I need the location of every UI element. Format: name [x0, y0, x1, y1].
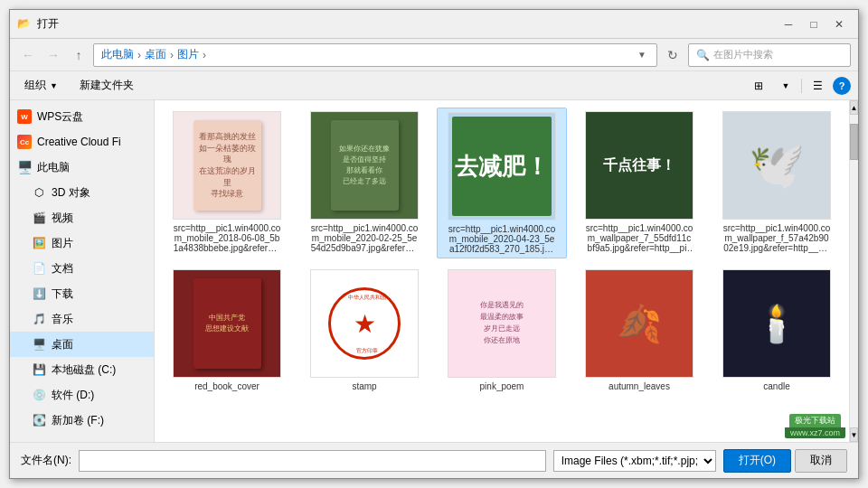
sidebar-item-wps[interactable]: W WPS云盘: [10, 104, 154, 129]
cancel-button[interactable]: 取消: [795, 449, 847, 473]
file-item[interactable]: 🕊️ src=http__pic1.win4000.com_wallpaper_…: [712, 108, 842, 258]
title-bar: 📂 打开 ─ □ ✕: [10, 10, 858, 39]
dialog-title: 打开: [37, 16, 777, 32]
sidebar-label-video: 视频: [52, 211, 73, 226]
sidebar-item-drive-f[interactable]: 💽 新加卷 (F:): [10, 408, 154, 433]
breadcrumb-pictures[interactable]: 图片: [177, 47, 199, 62]
open-button[interactable]: 打开(O): [723, 449, 791, 473]
dialog-icon: 📂: [17, 17, 32, 32]
breadcrumb-dropdown[interactable]: ▼: [635, 48, 649, 62]
file-item[interactable]: 中国共产党思想建设文献 → red_book_cover: [162, 266, 292, 395]
action-buttons: 打开(O) 取消: [723, 449, 847, 473]
file-item[interactable]: ★ 中华人民共和国 官方印章 stamp: [299, 266, 429, 395]
watermark: 极光下载站 www.xz7.com: [785, 414, 845, 438]
music-icon: 🎵: [32, 312, 46, 326]
drive-c-icon: 💾: [32, 362, 46, 377]
search-placeholder: 在图片中搜索: [713, 48, 773, 61]
file-item[interactable]: 千点往事！ src=http__pic1.win4000.com_wallpap…: [574, 108, 704, 258]
sidebar-item-desktop[interactable]: 🖥️ 桌面: [10, 332, 154, 357]
sidebar-label-wps: WPS云盘: [37, 109, 83, 125]
file-thumbnail: 你是我遇见的最温柔的故事岁月已走远你还在原地: [448, 269, 556, 378]
maximize-button[interactable]: □: [802, 14, 826, 34]
view-controls: ⊞ ▼ ☰ ?: [747, 76, 851, 96]
back-button[interactable]: ←: [17, 44, 39, 66]
sidebar-item-3d[interactable]: ⬡ 3D 对象: [10, 180, 154, 205]
view-dropdown-button[interactable]: ▼: [774, 76, 797, 96]
sidebar-label-drive-d: 软件 (D:): [52, 388, 94, 403]
sidebar-label-3d: 3D 对象: [52, 185, 90, 201]
breadcrumb: 此电脑 › 桌面 › 图片 › ▼: [93, 43, 657, 67]
new-folder-label: 新建文件夹: [80, 78, 134, 93]
file-grid: 看那高挑的发丝如一朵枯萎的玫瑰在这荒凉的岁月里寻找绿意 src=http__pi…: [162, 108, 842, 395]
filetype-select[interactable]: Image Files (*.xbm;*.tif;*.pjp;*: [553, 450, 716, 472]
file-area[interactable]: 看那高挑的发丝如一朵枯萎的玫瑰在这荒凉的岁月里寻找绿意 src=http__pi…: [155, 100, 849, 442]
close-button[interactable]: ✕: [827, 14, 851, 34]
file-name: red_book_cover: [173, 381, 281, 391]
new-folder-button[interactable]: 新建文件夹: [72, 75, 141, 97]
filename-input[interactable]: [79, 450, 546, 472]
3d-icon: ⬡: [32, 185, 46, 200]
file-item[interactable]: 看那高挑的发丝如一朵枯萎的玫瑰在这荒凉的岁月里寻找绿意 src=http__pi…: [162, 108, 292, 258]
file-name: src=http__pic1.win4000.com_mobile_2020-0…: [448, 224, 556, 254]
refresh-button[interactable]: ↻: [661, 43, 684, 67]
view-tiles-button[interactable]: ⊞: [747, 76, 770, 96]
sidebar-item-music[interactable]: 🎵 音乐: [10, 306, 154, 332]
file-thumbnail: 中国共产党思想建设文献 →: [173, 269, 281, 378]
file-thumbnail: ★ 中华人民共和国 官方印章: [310, 269, 419, 378]
search-icon: 🔍: [696, 49, 710, 61]
drive-f-icon: 💽: [32, 413, 46, 427]
sidebar-item-drive-c[interactable]: 💾 本地磁盘 (C:): [10, 357, 154, 382]
view-details-button[interactable]: ☰: [806, 76, 829, 96]
file-thumbnail: 🕊️: [722, 111, 831, 220]
watermark-site: 极光下载站: [789, 414, 841, 427]
file-name: autumn_leaves: [585, 381, 693, 391]
toolbar: 组织 ▼ 新建文件夹 ⊞ ▼ ☰ ?: [10, 71, 858, 100]
toolbar-separator: [801, 79, 802, 93]
sidebar-item-thispc[interactable]: 🖥️ 此电脑: [10, 155, 154, 180]
wps-icon: W: [17, 109, 32, 124]
help-button[interactable]: ?: [833, 77, 851, 95]
scroll-down-button[interactable]: ▼: [850, 427, 858, 442]
organize-arrow: ▼: [50, 81, 58, 90]
breadcrumb-thispc[interactable]: 此电脑: [101, 47, 134, 62]
up-button[interactable]: ↑: [68, 44, 90, 66]
sidebar-item-drive-d[interactable]: 💿 软件 (D:): [10, 382, 154, 408]
file-item[interactable]: 去减肥！ src=http__pic1.win4000.com_mobile_2…: [437, 108, 567, 258]
sidebar-item-docs[interactable]: 📄 文档: [10, 256, 154, 281]
file-name: src=http__pic1.win4000.com_wallpaper_7_5…: [585, 223, 693, 253]
file-thumbnail: 看那高挑的发丝如一朵枯萎的玫瑰在这荒凉的岁月里寻找绿意: [173, 111, 281, 220]
pictures-icon: 🖼️: [32, 236, 46, 250]
file-thumbnail: 去减肥！: [448, 112, 556, 221]
file-thumbnail: 🍂: [585, 269, 693, 378]
minimize-button[interactable]: ─: [777, 14, 800, 34]
scroll-track[interactable]: [850, 115, 858, 427]
organize-label: 组织: [24, 78, 46, 93]
forward-button[interactable]: →: [42, 44, 64, 66]
sidebar-label-thispc: 此电脑: [37, 160, 70, 175]
file-item[interactable]: 如果你还在犹豫是否值得坚持那就看看你已经走了多远 src=http__pic1.…: [299, 108, 429, 258]
sidebar-label-desktop: 桌面: [52, 337, 73, 352]
desktop-icon: 🖥️: [32, 337, 46, 352]
file-thumbnail: 如果你还在犹豫是否值得坚持那就看看你已经走了多远: [310, 111, 419, 220]
sidebar-label-drive-f: 新加卷 (F:): [52, 413, 104, 428]
sidebar-item-video[interactable]: 🎬 视频: [10, 205, 154, 230]
scroll-up-button[interactable]: ▲: [850, 100, 858, 115]
file-item[interactable]: 🍂 autumn_leaves: [574, 266, 704, 395]
file-item[interactable]: 🕯️ candle: [712, 266, 842, 395]
vertical-scrollbar[interactable]: ▲ ▼: [849, 100, 858, 442]
breadcrumb-desktop[interactable]: 桌面: [145, 47, 166, 62]
file-item[interactable]: 你是我遇见的最温柔的故事岁月已走远你还在原地 pink_poem: [437, 266, 567, 395]
sidebar-label-pictures: 图片: [52, 236, 73, 251]
sidebar-item-downloads[interactable]: ⬇️ 下载: [10, 281, 154, 306]
scroll-thumb[interactable]: [850, 124, 858, 160]
monitor-icon: 🖥️: [17, 160, 32, 174]
open-dialog: 📂 打开 ─ □ ✕ ← → ↑ 此电脑 › 桌面 › 图片 › ▼ ↻ 🔍 在…: [9, 9, 859, 479]
file-name: pink_poem: [448, 381, 556, 391]
sidebar-item-pictures[interactable]: 🖼️ 图片: [10, 230, 154, 256]
docs-icon: 📄: [32, 261, 46, 276]
sidebar-label-music: 音乐: [52, 312, 73, 327]
organize-button[interactable]: 组织 ▼: [17, 75, 65, 97]
watermark-url: www.xz7.com: [785, 427, 845, 438]
bottom-bar: 文件名(N): Image Files (*.xbm;*.tif;*.pjp;*…: [10, 442, 858, 478]
sidebar-item-cc[interactable]: Cc Creative Cloud Fi: [10, 129, 154, 155]
